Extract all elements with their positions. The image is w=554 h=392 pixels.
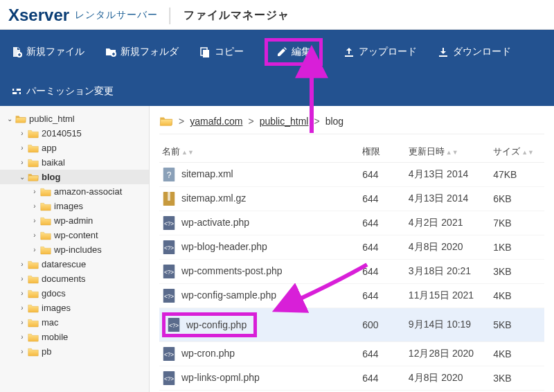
folder-icon — [28, 158, 39, 168]
cell-date: 4月8日 2020 — [406, 366, 490, 391]
file-icon — [162, 288, 176, 303]
tree-item-app[interactable]: ›app — [0, 141, 149, 155]
new-folder-label: 新規フォルダ — [120, 46, 179, 58]
tree-item-mobile[interactable]: ›mobile — [0, 330, 149, 344]
tree-item-wp-admin[interactable]: ›wp-admin — [0, 213, 149, 228]
cell-size: 3KB — [490, 366, 544, 391]
tree-item-label: mobile — [42, 332, 68, 342]
breadcrumb-current: blog — [325, 116, 343, 127]
tree-item-label: datarescue — [42, 259, 86, 269]
tree-item-wp-content[interactable]: ›wp-content — [0, 228, 149, 242]
tree-item-20140515[interactable]: ›20140515 — [0, 126, 149, 141]
tree-item-label: wp-content — [54, 230, 98, 240]
table-row[interactable]: wp-config-sample.php64411月15日 20214KB — [159, 284, 544, 308]
cell-name: sitemap.xml — [159, 163, 359, 187]
upload-button[interactable]: アップロード — [343, 46, 417, 58]
cell-perm: 644 — [359, 284, 406, 308]
tree-item-label: gdocs — [42, 288, 66, 299]
folder-icon — [28, 332, 39, 342]
tree-item-datarescue[interactable]: ›datarescue — [0, 257, 149, 271]
table-row[interactable]: sitemap.xml.gz6444月13日 20146KB — [159, 187, 544, 211]
folder-icon — [28, 289, 39, 299]
file-icon — [162, 167, 176, 182]
cell-date: 4月2日 2021 — [406, 211, 490, 235]
cell-perm: 644 — [359, 260, 406, 284]
tree-item-images[interactable]: ›images — [0, 199, 149, 213]
tree-item-mac[interactable]: ›mac — [0, 315, 149, 330]
file-name: wp-links-opml.php — [181, 372, 260, 383]
tree-item-images[interactable]: ›images — [0, 301, 149, 315]
tree-item-blog[interactable]: ⌄blog — [0, 170, 149, 184]
table-row[interactable]: wp-links-opml.php6444月8日 20203KB — [159, 366, 544, 391]
cell-name: wp-comments-post.php — [159, 260, 359, 284]
copy-button[interactable]: コピー — [199, 46, 244, 58]
tree-item-wp-includes[interactable]: ›wp-includes — [0, 242, 149, 257]
table-row[interactable]: sitemap.xml6444月13日 201447KB — [159, 163, 544, 187]
tree-item-amazon-associat[interactable]: ›amazon-associat — [0, 184, 149, 199]
tree-item-gdocs[interactable]: ›gdocs — [0, 286, 149, 301]
table-row[interactable]: wp-blog-header.php6444月8日 20201KB — [159, 235, 544, 260]
cell-perm: 644 — [359, 366, 406, 391]
folder-icon — [40, 216, 51, 226]
cell-perm: 644 — [359, 187, 406, 211]
permission-icon — [11, 86, 22, 97]
file-icon — [167, 317, 181, 332]
table-row[interactable]: wp-config.php6009月14日 10:195KB — [159, 308, 544, 342]
tree-item-label: images — [42, 303, 71, 313]
cell-perm: 644 — [359, 342, 406, 366]
chevron-icon: › — [30, 188, 39, 195]
header-separator: │ — [166, 8, 175, 24]
cell-size: 6KB — [490, 187, 544, 211]
chevron-icon: › — [18, 304, 26, 312]
col-perm[interactable]: 権限 — [359, 141, 406, 163]
tree-item-baikal[interactable]: ›baikal — [0, 155, 149, 170]
tree-item-pb[interactable]: ›pb — [0, 344, 149, 359]
tree-item-public_html[interactable]: ⌄public_html — [0, 112, 149, 126]
table-row[interactable]: wp-cron.php64412月28日 20204KB — [159, 342, 544, 366]
file-name: sitemap.xml — [181, 168, 233, 179]
cell-name: wp-config.php — [159, 308, 359, 342]
table-row[interactable]: wp-comments-post.php6443月18日 20:213KB — [159, 260, 544, 284]
folder-icon — [28, 318, 39, 328]
chevron-icon: › — [18, 275, 26, 283]
breadcrumb-sep: > — [179, 116, 184, 127]
col-size[interactable]: サイズ▲▼ — [490, 141, 544, 163]
breadcrumb-root-icon[interactable] — [159, 116, 173, 127]
col-date[interactable]: 更新日時▲▼ — [406, 141, 490, 163]
download-button[interactable]: ダウンロード — [438, 46, 511, 58]
tree-item-label: documents — [42, 274, 86, 284]
cell-size: 47KB — [490, 163, 544, 187]
cell-perm: 644 — [359, 163, 406, 187]
cell-date: 4月13日 2014 — [406, 163, 490, 187]
file-table: 名前▲▼ 権限 更新日時▲▼ サイズ▲▼ sitemap.xml6444月13日… — [159, 141, 544, 392]
table-row[interactable]: wp-activate.php6444月2日 20217KB — [159, 211, 544, 235]
folder-icon — [28, 129, 39, 139]
permission-button[interactable]: パーミッション変更 — [11, 85, 543, 98]
cell-size: 4KB — [490, 284, 544, 308]
folder-icon — [28, 274, 39, 284]
permission-label: パーミッション変更 — [26, 85, 114, 98]
file-name: wp-cron.php — [181, 348, 235, 359]
breadcrumb-link-1[interactable]: public_html — [260, 116, 309, 127]
tree-item-label: 20140515 — [42, 128, 82, 139]
new-file-button[interactable]: 新規ファイル — [11, 46, 84, 58]
edit-icon — [276, 46, 287, 57]
file-name: wp-activate.php — [181, 217, 249, 228]
tree-item-documents[interactable]: ›documents — [0, 271, 149, 286]
file-icon — [162, 191, 176, 206]
new-file-icon — [11, 46, 22, 57]
cell-perm: 644 — [359, 235, 406, 260]
tree-item-label: wp-admin — [54, 215, 93, 226]
cell-name: wp-activate.php — [159, 211, 359, 235]
chevron-icon: › — [18, 144, 26, 152]
col-name[interactable]: 名前▲▼ — [159, 141, 359, 163]
file-icon — [162, 215, 176, 231]
edit-button[interactable]: 編集 — [265, 38, 323, 66]
chevron-icon: › — [18, 289, 26, 297]
chevron-icon: ⌄ — [18, 173, 26, 181]
file-name: wp-comments-post.php — [181, 265, 283, 276]
breadcrumb-sep: > — [248, 116, 253, 127]
new-folder-button[interactable]: 新規フォルダ — [105, 46, 179, 58]
copy-icon — [199, 46, 211, 57]
breadcrumb-link-0[interactable]: yamafd.com — [190, 116, 242, 127]
